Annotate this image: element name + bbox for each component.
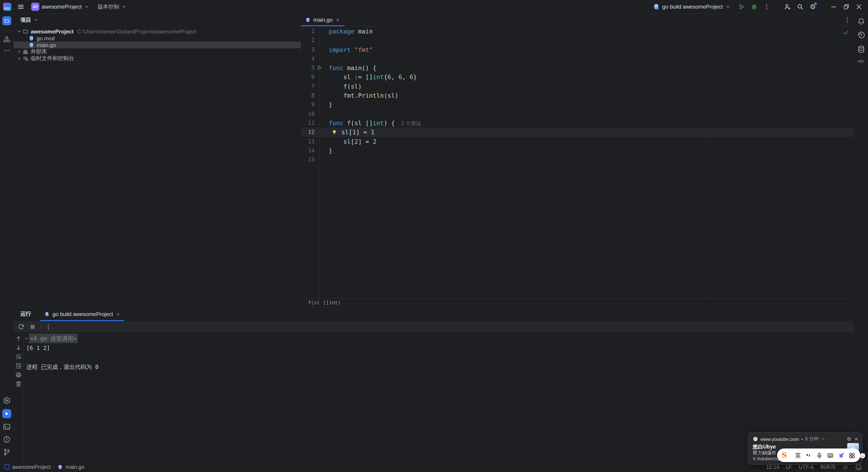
tree-item-go.mod[interactable]: go.mod [13,35,301,41]
code-line-15[interactable]: 15 [301,155,855,164]
main-menu-button[interactable] [17,3,24,10]
inspection-check-icon[interactable] [843,29,849,36]
terminal-icon[interactable] [3,423,11,431]
readonly-lock-icon[interactable] [843,464,848,470]
clear-console-icon[interactable] [15,380,22,387]
more-actions-icon[interactable] [763,3,770,10]
tab-main-go[interactable]: main.go [301,13,344,26]
gutter-marker-zone[interactable] [315,109,329,119]
code-line-13[interactable]: 13 sl[2] = 2 [301,137,855,146]
line-number[interactable]: 14 [301,146,315,155]
project-tool-button[interactable] [2,16,11,25]
structure-icon[interactable] [3,36,10,43]
code-tags-icon[interactable]: </> [858,59,864,64]
tree-item-awesomeProject[interactable]: awesomeProjectC:\Users\meowr\GolandProje… [13,28,301,35]
ime-toolbar[interactable]: S 英 [777,448,860,462]
problems-icon[interactable] [3,435,11,443]
line-number[interactable]: 10 [301,109,315,119]
notifications-bell-icon[interactable] [857,17,865,25]
window-minimize-button[interactable] [830,3,837,10]
chevron-down-icon[interactable] [17,29,22,34]
line-number[interactable]: 6 [301,72,315,82]
code-line-5[interactable]: 5func main() { [301,63,855,72]
prev-occurrence-icon[interactable] [15,335,22,342]
punctuation-icon[interactable] [805,452,812,459]
rerun-icon[interactable] [18,323,25,330]
sogou-logo-icon[interactable]: S [782,452,787,459]
line-number[interactable]: 13 [301,137,315,146]
notification-settings-gear-icon[interactable]: ⚙ [846,436,852,442]
close-icon[interactable] [335,18,340,22]
more-options-icon[interactable] [45,323,52,330]
more-tool-windows-icon[interactable] [3,47,10,54]
caret-position-widget[interactable]: 12:14 [766,464,779,470]
scroll-to-end-icon[interactable] [15,362,22,369]
database-icon[interactable] [857,45,865,53]
line-number[interactable]: 15 [301,155,315,164]
code-line-14[interactable]: 14} [301,146,855,155]
keyboard-icon[interactable] [827,452,833,459]
line-number[interactable]: 12 [301,128,315,137]
gutter-marker-zone[interactable] [315,72,329,82]
run-tab[interactable]: go build awesomeProject [40,307,124,321]
gutter-marker-zone[interactable] [315,45,329,54]
gutter-marker-zone[interactable] [315,155,329,164]
toolbox-grid-icon[interactable] [848,452,855,459]
debug-button[interactable] [750,3,758,10]
search-icon[interactable] [797,3,804,10]
tree-item-临时文件和控制台[interactable]: 临时文件和控制台 [13,55,301,62]
window-close-button[interactable] [855,3,863,10]
line-number[interactable]: 4 [301,54,315,64]
code-line-1[interactable]: 1package main [301,27,855,36]
gutter-marker-zone[interactable] [315,119,329,128]
tree-item-main.go[interactable]: main.go [13,41,301,49]
language-mode-button[interactable]: 英 [795,452,801,458]
ai-assistant-icon[interactable] [857,31,865,39]
line-number[interactable]: 11 [301,119,315,128]
vcs-widget[interactable]: 版本控制 [97,3,126,11]
print-icon[interactable] [15,371,22,378]
line-number[interactable]: 2 [301,36,315,45]
next-occurrence-icon[interactable] [15,344,22,351]
line-number[interactable]: 5 [301,63,315,72]
run-config-selector[interactable]: go build awesomeProject [653,3,731,10]
gutter-marker-zone[interactable] [315,54,329,64]
gutter-marker-zone[interactable] [315,82,329,91]
gutter-marker-zone[interactable] [315,128,329,137]
gutter-marker-zone[interactable] [315,146,329,155]
code-line-2[interactable]: 2 [301,36,855,45]
folded-command[interactable]: <4 go 设置调用> [29,334,78,343]
line-number[interactable]: 3 [301,45,315,54]
console-output[interactable]: ><4 go 设置调用>[6 1 2] 进程 已完成，退出代码为 0 [24,332,854,462]
line-separator-widget[interactable]: LF [786,464,792,470]
line-number[interactable]: 8 [301,91,315,100]
run-line-icon[interactable] [316,65,322,70]
gutter-marker-zone[interactable] [315,27,329,36]
code-line-7[interactable]: 7 f(sl) [301,82,855,91]
notification-close-icon[interactable] [854,437,859,441]
code-editor[interactable]: 1package main23import "fmt"45func main()… [301,26,855,299]
code-line-9[interactable]: 9} [301,100,855,109]
code-line-12[interactable]: 12sl[1] = 1 [301,128,855,137]
gutter-marker-zone[interactable] [315,91,329,100]
services-icon[interactable] [3,397,11,405]
microphone-icon[interactable] [816,452,823,459]
project-panel-header[interactable]: 项目 [13,13,301,26]
intention-bulb-icon[interactable] [331,129,337,134]
project-widget[interactable]: AP awesomeProject [31,3,89,11]
line-number[interactable]: 9 [301,100,315,109]
code-with-me-icon[interactable] [784,3,791,10]
stop-icon[interactable] [29,323,36,330]
emoji-icon[interactable] [859,452,866,459]
gutter-marker-zone[interactable] [315,137,329,146]
code-line-4[interactable]: 4 [301,54,855,64]
gutter-marker-zone[interactable] [315,36,329,45]
settings-gear-icon[interactable]: ⚙ [809,3,816,10]
line-number[interactable]: 7 [301,82,315,91]
chevron-up-icon[interactable] [821,437,825,441]
line-number[interactable]: 1 [301,27,315,36]
git-branch-icon[interactable] [3,448,11,456]
code-line-10[interactable]: 10 [301,109,855,119]
status-breadcrumb[interactable]: awesomeProject › main.go [0,464,84,470]
run-tool-button[interactable] [2,409,11,418]
